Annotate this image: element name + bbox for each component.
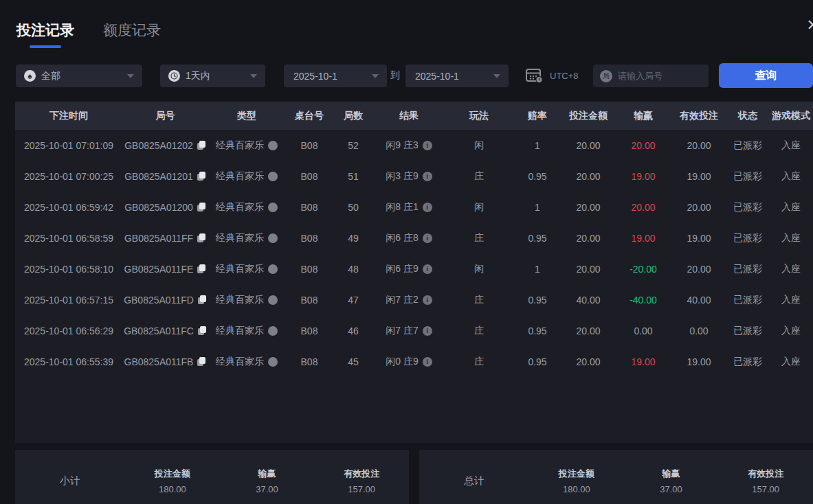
close-icon[interactable]: ✕ [807, 16, 813, 34]
cell-table-no: B08 [285, 346, 333, 377]
cell-play: 庄 [445, 315, 513, 346]
cell-round-no: 49 [333, 222, 373, 253]
copy-icon[interactable] [197, 233, 206, 243]
copy-icon[interactable] [197, 141, 206, 150]
col-header-game-type: 类型 [208, 102, 285, 130]
replay-icon[interactable] [268, 295, 278, 305]
replay-icon[interactable] [268, 203, 278, 212]
info-icon[interactable]: i [423, 203, 432, 212]
info-icon[interactable]: i [423, 357, 432, 367]
subtotal-bar: 小计 投注金额 180.00 输赢 37.00 有效投注 157.00 [15, 450, 409, 504]
cell-round-no: 50 [333, 192, 373, 222]
info-icon[interactable]: i [423, 172, 432, 181]
cell-round-no: 48 [333, 253, 373, 284]
cell-table-no: B08 [285, 315, 333, 346]
replay-icon[interactable] [268, 172, 278, 181]
tab-quota-records[interactable]: 额度记录 [103, 21, 161, 47]
subtotal-valid-bet: 有效投注 157.00 [314, 468, 409, 494]
cell-round-no: 47 [333, 284, 373, 315]
col-header-odds: 赔率 [513, 102, 561, 130]
cell-game-mode: 入座 [769, 346, 813, 377]
cell-round-id: GB0825A011FB [122, 346, 208, 377]
cell-game-type: 经典百家乐 [208, 130, 285, 161]
copy-icon[interactable] [198, 295, 207, 305]
cell-round-no: 45 [333, 346, 373, 377]
cell-game-mode: 入座 [769, 222, 813, 253]
cell-round-no: 46 [333, 315, 373, 346]
replay-icon[interactable] [268, 357, 278, 367]
spade-icon: ♠ [24, 70, 36, 82]
cell-result: 闲6 庄8 i [373, 222, 445, 253]
cell-status: 已派彩 [726, 161, 769, 192]
copy-icon[interactable] [197, 357, 206, 367]
replay-icon[interactable] [268, 326, 278, 336]
cell-game-mode: 入座 [769, 284, 813, 315]
timezone-label: UTC+8 [550, 71, 579, 81]
cell-odds: 0.95 [513, 315, 561, 346]
col-header-game-mode: 游戏模式 [769, 102, 813, 130]
date-from-dropdown[interactable]: 2025-10-1 [284, 65, 387, 87]
cell-bet-time: 2025-10-01 06:58:59 [15, 222, 122, 253]
col-header-play: 玩法 [445, 102, 513, 130]
cell-round-id: GB0825A01201 [122, 161, 208, 192]
cell-valid-bet: 20.00 [671, 192, 726, 222]
cell-valid-bet: 19.00 [671, 346, 726, 377]
cell-play: 庄 [445, 222, 513, 253]
cell-play: 闲 [445, 130, 513, 161]
cell-round-id: GB0825A011FD [122, 284, 208, 315]
replay-icon[interactable] [268, 233, 278, 243]
cell-odds: 0.95 [513, 222, 561, 253]
timezone-indicator: UTC+8 [526, 67, 579, 84]
game-type-dropdown[interactable]: ♠ 全部 [16, 65, 142, 87]
cell-table-no: B08 [285, 130, 333, 161]
cell-bet-amount: 40.00 [561, 284, 615, 315]
cell-round-id: GB0825A011FC [122, 315, 208, 346]
cell-status: 已派彩 [726, 346, 769, 377]
cell-round-no: 51 [333, 161, 373, 192]
cell-win-loss: 0.00 [615, 315, 671, 346]
query-button[interactable]: 查询 [719, 63, 813, 88]
copy-icon[interactable] [197, 264, 206, 274]
copy-icon[interactable] [197, 203, 206, 212]
cell-round-id: GB0825A01202 [122, 130, 208, 161]
copy-icon[interactable] [197, 172, 206, 181]
info-icon[interactable]: i [423, 264, 432, 274]
cell-win-loss: 19.00 [615, 222, 671, 253]
cell-odds: 1 [513, 253, 561, 284]
date-to-dropdown[interactable]: 2025-10-1 [405, 65, 509, 87]
replay-icon[interactable] [268, 141, 278, 150]
tab-bar: 投注记录 额度记录 [16, 21, 161, 47]
cell-valid-bet: 0.00 [671, 315, 726, 346]
cell-bet-time: 2025-10-01 06:56:29 [15, 315, 122, 346]
round-search-input[interactable] [618, 71, 697, 81]
cell-status: 已派彩 [726, 222, 769, 253]
cell-play: 闲 [445, 253, 513, 284]
info-icon[interactable]: i [423, 141, 432, 150]
cell-play: 庄 [445, 284, 513, 315]
cell-valid-bet: 20.00 [671, 130, 726, 161]
cell-round-id: GB0825A011FE [122, 253, 208, 284]
cell-bet-amount: 20.00 [561, 130, 615, 161]
cell-bet-time: 2025-10-01 06:58:10 [15, 253, 122, 284]
total-bet-amount: 投注金额 180.00 [529, 468, 624, 494]
col-header-win-loss: 输赢 [615, 102, 671, 130]
table-row: 2025-10-01 06:55:39 GB0825A011FB 经典百家乐 B… [15, 346, 813, 377]
col-header-round-no: 局数 [333, 102, 373, 130]
total-bar: 总计 投注金额 180.00 输赢 37.00 有效投注 157.00 [419, 450, 813, 504]
cell-bet-time: 2025-10-01 06:59:42 [15, 192, 122, 222]
info-icon[interactable]: i [423, 295, 432, 305]
table-row: 2025-10-01 06:58:10 GB0825A011FE 经典百家乐 B… [15, 253, 813, 284]
cell-play: 庄 [445, 161, 513, 192]
tab-bet-records[interactable]: 投注记录 [16, 21, 74, 47]
copy-icon[interactable] [198, 326, 207, 336]
cell-win-loss: 19.00 [615, 346, 671, 377]
cell-game-mode: 入座 [769, 253, 813, 284]
cell-win-loss: 20.00 [615, 192, 671, 222]
info-icon[interactable]: i [423, 233, 432, 243]
table-row: 2025-10-01 06:56:29 GB0825A011FC 经典百家乐 B… [15, 315, 813, 346]
time-range-dropdown[interactable]: 1天内 [160, 65, 265, 87]
replay-icon[interactable] [268, 264, 278, 274]
cell-result: 闲0 庄9 i [373, 346, 445, 377]
info-icon[interactable]: i [423, 326, 432, 336]
total-win-loss: 输赢 37.00 [624, 468, 719, 494]
